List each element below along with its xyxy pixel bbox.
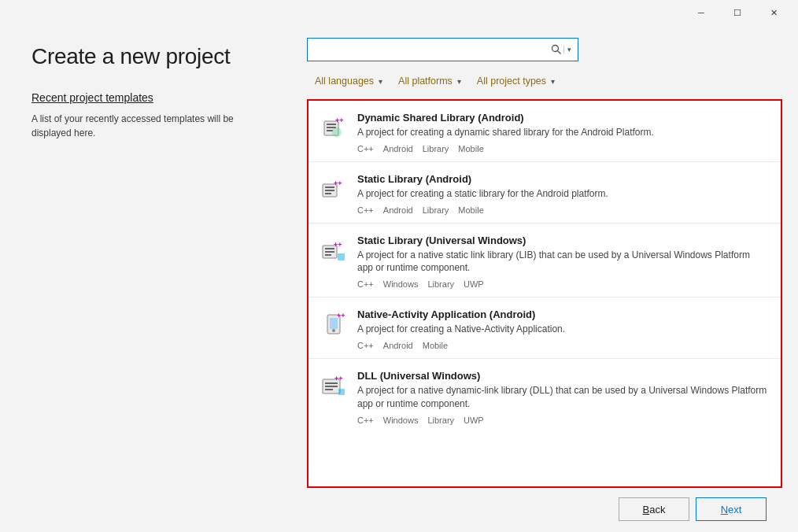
template-tag: Mobile — [458, 144, 483, 153]
template-tag: Mobile — [423, 341, 448, 350]
template-name: DLL (Universal Windows) — [357, 370, 768, 382]
search-dropdown-chevron: ▾ — [567, 46, 571, 54]
template-tag: Library — [423, 144, 449, 153]
template-name: Static Library (Android) — [357, 173, 768, 185]
template-tags: C++AndroidMobile — [357, 341, 768, 350]
recent-templates-desc: A list of your recently accessed templat… — [31, 112, 275, 140]
minimize-button[interactable]: ─ — [683, 0, 719, 25]
template-tags: C++WindowsLibraryUWP — [357, 279, 768, 289]
platform-filter-label: All platforms — [398, 76, 453, 87]
svg-rect-28 — [338, 389, 345, 395]
next-button[interactable]: Next — [696, 497, 767, 521]
template-tag: Library — [427, 279, 454, 289]
template-tag: C++ — [357, 416, 374, 425]
bottom-bar: Back Next — [307, 488, 782, 532]
svg-text:++: ++ — [334, 375, 343, 382]
svg-line-1 — [558, 51, 561, 54]
template-name: Static Library (Universal Windows) — [357, 235, 768, 246]
template-description: A project for a native static link libra… — [357, 249, 768, 275]
svg-point-0 — [552, 46, 559, 52]
template-item[interactable]: ++ Native-Activity Application (Android)… — [308, 297, 781, 359]
recent-templates-title: Recent project templates — [31, 91, 275, 104]
right-panel: ▾ All languages ▾ All platforms ▾ All pr… — [299, 25, 798, 532]
template-tag: Windows — [383, 279, 419, 289]
search-dropdown-button[interactable]: ▾ — [563, 46, 573, 54]
template-tag: C++ — [357, 144, 374, 153]
template-description: A project for a native dynamic-link libr… — [357, 384, 768, 411]
template-description: A project for creating a Native-Activity… — [357, 323, 768, 336]
close-button[interactable]: ✕ — [756, 0, 792, 25]
language-filter[interactable]: All languages ▾ — [307, 72, 390, 90]
search-input[interactable] — [312, 44, 549, 56]
template-tag: Android — [383, 144, 413, 153]
svg-rect-25 — [325, 386, 338, 387]
template-tag: Android — [383, 205, 413, 215]
svg-text:++: ++ — [334, 179, 342, 187]
svg-text:++: ++ — [335, 116, 344, 124]
svg-text:++: ++ — [334, 241, 342, 249]
project-type-filter[interactable]: All project types ▾ — [469, 72, 563, 90]
search-icon — [551, 44, 562, 55]
template-description: A project for creating a dynamic shared … — [357, 126, 768, 139]
template-icon: ++ — [320, 310, 348, 338]
language-filter-label: All languages — [315, 76, 374, 87]
template-tag: UWP — [464, 279, 484, 289]
svg-point-21 — [332, 329, 335, 332]
svg-text:++: ++ — [337, 312, 345, 320]
platform-filter[interactable]: All platforms ▾ — [390, 72, 469, 90]
svg-rect-16 — [325, 254, 331, 256]
project-type-filter-label: All project types — [477, 76, 546, 87]
svg-rect-18 — [338, 253, 345, 260]
back-button[interactable]: Back — [619, 497, 689, 521]
template-tag: C++ — [357, 205, 374, 215]
svg-rect-20 — [330, 318, 338, 329]
svg-rect-15 — [325, 251, 334, 253]
template-tag: Mobile — [458, 205, 483, 215]
template-description: A project for creating a static library … — [357, 187, 768, 201]
svg-rect-10 — [325, 190, 334, 191]
template-icon: ++ — [320, 113, 348, 142]
page-title: Create a new project — [31, 44, 275, 69]
template-name: Native-Activity Application (Android) — [357, 308, 768, 320]
template-item[interactable]: ++ Static Library (Universal Windows)A p… — [308, 224, 781, 298]
svg-point-7 — [332, 127, 342, 137]
template-item[interactable]: ++ Static Library (Android)A project for… — [308, 162, 781, 224]
search-row: ▾ — [307, 38, 782, 61]
main-layout: Create a new project Recent project temp… — [0, 25, 798, 532]
next-label: Next — [721, 504, 742, 515]
title-bar: ─ ☐ ✕ — [0, 0, 798, 25]
svg-rect-11 — [325, 193, 331, 194]
restore-button[interactable]: ☐ — [719, 0, 756, 25]
search-button[interactable] — [549, 44, 563, 55]
templates-list: ++ Dynamic Shared Library (Android)A pro… — [307, 99, 782, 488]
svg-rect-24 — [325, 382, 338, 384]
template-item[interactable]: ++ Dynamic Shared Library (Android)A pro… — [308, 101, 781, 162]
left-panel: Create a new project Recent project temp… — [0, 25, 299, 532]
template-tag: Android — [383, 341, 413, 350]
project-type-filter-chevron: ▾ — [551, 77, 555, 86]
template-item[interactable]: ++ DLL (Universal Windows)A project for … — [308, 359, 781, 433]
template-icon: ++ — [320, 175, 348, 203]
svg-rect-26 — [325, 389, 333, 390]
template-icon: ++ — [320, 371, 348, 400]
language-filter-chevron: ▾ — [379, 77, 382, 86]
template-icon: ++ — [320, 236, 348, 264]
filter-row: All languages ▾ All platforms ▾ All proj… — [307, 72, 782, 90]
template-tag: Library — [423, 205, 449, 215]
back-label: Back — [643, 504, 666, 515]
template-tag: Windows — [383, 416, 419, 425]
template-tag: C++ — [357, 279, 374, 289]
template-tags: C++AndroidLibraryMobile — [357, 144, 768, 153]
template-name: Dynamic Shared Library (Android) — [357, 112, 768, 124]
template-tag: UWP — [464, 416, 484, 425]
search-box: ▾ — [307, 38, 578, 61]
template-tag: C++ — [357, 341, 374, 350]
template-tags: C++AndroidLibraryMobile — [357, 205, 768, 215]
platform-filter-chevron: ▾ — [457, 77, 461, 86]
template-tag: Library — [427, 416, 454, 425]
template-tags: C++WindowsLibraryUWP — [357, 416, 768, 425]
